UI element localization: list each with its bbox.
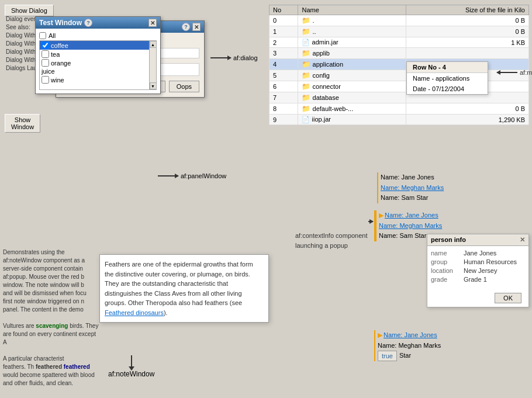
cell-name: 📁 application	[298, 59, 406, 70]
table-row-selected[interactable]: 4 📁 application	[270, 59, 529, 70]
group3-border: ▶ Name: Jane Jones Name: Meghan Marks tr…	[374, 330, 441, 361]
listbox-items: coffee tea orange juice wine	[40, 41, 149, 89]
cell-no: 9	[270, 115, 298, 125]
contextinfo-arrow	[368, 221, 373, 222]
cell-no: 1	[270, 26, 298, 37]
jane-jones-link[interactable]: Name: Jane Jones	[385, 210, 438, 221]
tea-checkbox[interactable]	[42, 50, 49, 58]
window-title-area: Test Window ?	[39, 19, 92, 27]
particular-text: A particular characterist	[3, 355, 99, 363]
cell-name: 📁 database	[298, 92, 406, 103]
list-item-juice[interactable]: juice	[40, 67, 149, 75]
person-row-link[interactable]: Name: Meghan Marks	[381, 183, 444, 193]
cell-name: 📁 connector	[298, 81, 406, 92]
popup-title: person info	[431, 236, 466, 244]
context-menu-item-name[interactable]: Name - applications	[407, 73, 488, 84]
wine-checkbox[interactable]	[42, 76, 49, 84]
orange-checkbox[interactable]	[42, 59, 49, 67]
jane-jones-link3[interactable]: Name: Jane Jones	[384, 330, 437, 341]
panelwindow-arrow	[158, 175, 178, 176]
col-size-header: Size of the file in Kilo	[406, 5, 528, 15]
dialog-close-icon[interactable]: ✕	[192, 23, 201, 31]
scroll-track	[150, 48, 156, 82]
table-row[interactable]: 2 📄 admin.jar 1 KB	[270, 37, 529, 48]
list-item-coffee[interactable]: coffee	[40, 41, 149, 50]
person-group-1: Name: Jane Jones Name: Meghan Marks Name…	[377, 172, 444, 203]
cell-name: 📁 applib	[298, 48, 406, 59]
person-row-active: ▶ Name: Jane Jones	[379, 210, 442, 221]
list-item-tea[interactable]: tea	[40, 50, 149, 58]
coffee-checkbox[interactable]	[42, 41, 49, 49]
more-button[interactable]: true	[378, 351, 397, 361]
dialog-help-icon[interactable]: ?	[182, 23, 190, 31]
group1-border: Name: Jane Jones Name: Meghan Marks Name…	[377, 172, 444, 203]
file-table: No Name Size of the file in Kilo 0 📁 . 0…	[269, 5, 529, 125]
cell-size: 0 B	[406, 103, 528, 115]
meghan-marks-text3: Name: Meghan Marks	[378, 341, 441, 351]
popup-close-icon[interactable]: ✕	[520, 236, 525, 244]
context-menu-item-date[interactable]: Date - 07/12/2004	[407, 84, 488, 94]
table-row[interactable]: 9 📄 iiop.jar 1,290 KB	[270, 115, 529, 125]
note-window-content: Feathers are one of the epidermal growth…	[100, 255, 268, 322]
cell-name: 📁 .	[298, 15, 406, 26]
table-row[interactable]: 6 📁 connector	[270, 81, 529, 92]
show-dialog-button[interactable]: Show Dialog	[5, 5, 54, 16]
popup-value-location: New Jersey	[464, 267, 497, 274]
popup-row-location: location New Jersey	[431, 267, 525, 274]
meghan-marks-link2[interactable]: Name: Meghan Marks	[379, 221, 442, 231]
show-window-button[interactable]: Show Window	[5, 114, 40, 133]
window-body: All coffee tea orange juice	[36, 29, 160, 94]
cell-name: 📄 iiop.jar	[298, 115, 406, 125]
table-row[interactable]: 0 📁 . 0 B	[270, 15, 529, 26]
wine-label: wine	[51, 77, 64, 84]
listbox-scrollbar: ▲ ▼	[149, 41, 156, 89]
star-text: Star	[399, 351, 411, 361]
popup-row-name: name Jane Jones	[431, 250, 525, 257]
window-titlebar: Test Window ? ✕	[36, 17, 160, 29]
window-help-icon[interactable]: ?	[84, 19, 92, 27]
af-menu-label-text: af:menu	[520, 69, 532, 76]
popup-row-grade: grade Grade 1	[431, 276, 525, 283]
person-group-3: ▶ Name: Jane Jones Name: Meghan Marks tr…	[374, 330, 441, 361]
popup-body: name Jane Jones group Human Resources lo…	[427, 246, 528, 288]
feathered-dinosaurs-link[interactable]: Feathered dinosaurs	[105, 309, 164, 316]
all-checkbox-item: All	[39, 32, 157, 39]
list-item-orange[interactable]: orange	[40, 58, 149, 67]
cell-size: 1,290 KB	[406, 115, 528, 125]
table-row[interactable]: 3 📁 applib	[270, 48, 529, 59]
popup-footer: OK	[427, 288, 528, 294]
window-close-icon[interactable]: ✕	[148, 19, 157, 27]
all-checkbox[interactable]	[39, 32, 46, 39]
active-indicator	[374, 210, 376, 241]
cell-name: 📁 config	[298, 70, 406, 81]
dialog-title-icons: ? ✕	[182, 23, 201, 31]
coffee-label: coffee	[51, 42, 68, 49]
note-window: Feathers are one of the epidermal growth…	[99, 254, 269, 323]
popup-value-group: Human Resources	[464, 258, 517, 265]
test-window: Test Window ? ✕ All coffee tea orang	[35, 16, 161, 94]
popup-label-group: group	[431, 258, 460, 265]
popup-row-group: group Human Resources	[431, 258, 525, 265]
table-row[interactable]: 5 📁 config	[270, 70, 529, 81]
af-contextinfo-annotation: af:contextInfo component launching a pop…	[295, 231, 368, 250]
contextinfo-arrow-line	[368, 221, 373, 222]
scroll-up-button[interactable]: ▲	[150, 41, 157, 48]
popup-ok-button[interactable]: OK	[495, 293, 521, 303]
juice-label: juice	[42, 68, 55, 75]
oops-button[interactable]: Oops	[169, 81, 199, 92]
table-row[interactable]: 7 📁 database	[270, 92, 529, 103]
tea-label: tea	[51, 51, 60, 58]
popup-value-name: Jane Jones	[464, 250, 496, 257]
more-row: true Star	[378, 351, 441, 361]
feathers-text: feathers. Th feathered feathered would b…	[3, 363, 99, 387]
list-item-wine[interactable]: wine	[40, 75, 149, 84]
person-row-jane3: ▶ Name: Jane Jones	[378, 330, 441, 341]
af-contextinfo-line1: af:contextInfo component	[295, 231, 368, 241]
cell-no: 4	[270, 59, 298, 70]
table-row[interactable]: 8 📁 default-web-... 0 B	[270, 103, 529, 115]
para3-text: and will be dismissed when focu	[3, 289, 99, 297]
scroll-down-button[interactable]: ▼	[150, 82, 157, 89]
intro-text: Demonstrates using the af:noteWindow com…	[3, 248, 99, 273]
table-row[interactable]: 1 📁 .. 0 B	[270, 26, 529, 37]
col-name-header: Name	[298, 5, 406, 15]
